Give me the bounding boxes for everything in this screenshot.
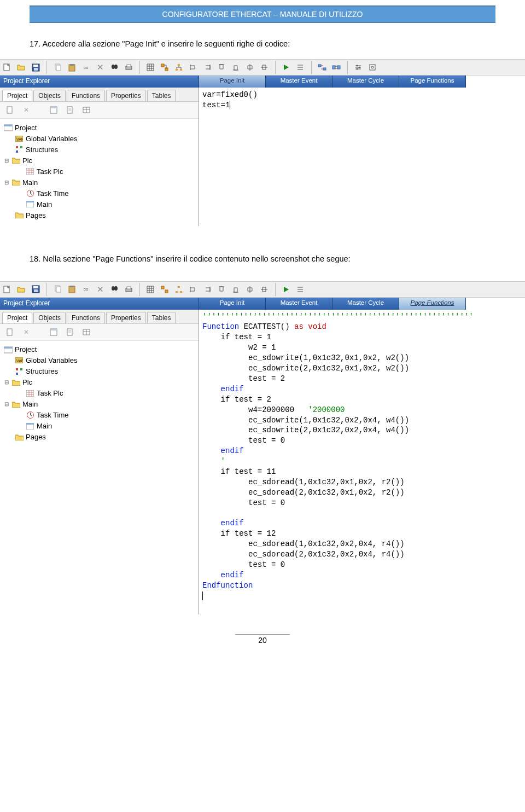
align-bottom-icon[interactable] — [229, 283, 243, 296]
proj-tab-tables[interactable]: Tables — [147, 312, 176, 323]
expander-icon[interactable]: ⊟ — [3, 158, 10, 164]
form-icon — [25, 200, 35, 208]
proj-tab-properties[interactable]: Properties — [106, 90, 146, 101]
find-icon[interactable] — [107, 61, 121, 74]
svg-rect-16 — [176, 69, 178, 71]
remove-icon[interactable]: ✕ — [19, 104, 34, 116]
new-file-icon[interactable] — [0, 283, 14, 296]
print-icon[interactable] — [121, 283, 136, 296]
table-icon[interactable] — [79, 104, 94, 116]
save-icon[interactable] — [28, 283, 43, 296]
tree-structures[interactable]: Structures — [26, 146, 58, 154]
project-tree[interactable]: Project VARGlobal Variables Structures ⊟… — [0, 341, 199, 614]
delete-icon[interactable]: ✕ — [93, 283, 107, 296]
tree-task-time[interactable]: Task Time — [37, 189, 69, 198]
align-top-icon[interactable] — [214, 61, 229, 74]
proj-tab-tables[interactable]: Tables — [147, 90, 176, 101]
copy-icon[interactable] — [50, 283, 65, 296]
center-h-icon[interactable] — [243, 283, 257, 296]
open-folder-icon[interactable] — [14, 283, 28, 296]
compare-icon[interactable] — [329, 61, 343, 74]
open-folder-icon[interactable] — [14, 61, 28, 74]
tree-main-page[interactable]: Main — [37, 200, 52, 208]
tab-master-cycle[interactable]: Master Cycle — [332, 76, 399, 88]
grid-icon[interactable] — [143, 61, 158, 74]
tree-task-time[interactable]: Task Time — [37, 411, 69, 419]
proj-tab-functions[interactable]: Functions — [67, 312, 105, 323]
link-icon[interactable]: ▫▫ — [79, 61, 93, 74]
form-icon[interactable] — [46, 104, 61, 116]
tab-page-init[interactable]: Page Init — [199, 298, 266, 310]
tree-icon[interactable] — [172, 61, 186, 74]
table-icon[interactable] — [79, 326, 94, 338]
tree-pages[interactable]: Pages — [26, 211, 46, 219]
tree-main-page[interactable]: Main — [37, 422, 52, 430]
proj-tab-functions[interactable]: Functions — [67, 90, 105, 101]
expander-icon[interactable]: ⊟ — [3, 179, 10, 185]
new-icon[interactable] — [2, 326, 18, 338]
proj-tab-project[interactable]: Project — [2, 90, 32, 101]
tree-project[interactable]: Project — [15, 345, 37, 353]
center-h-icon[interactable] — [243, 61, 257, 74]
print-icon[interactable] — [121, 61, 136, 74]
settings1-icon[interactable] — [351, 61, 365, 74]
link-icon[interactable]: ▫▫ — [79, 283, 93, 296]
align-right-icon[interactable] — [200, 61, 214, 74]
tree-icon[interactable] — [172, 283, 186, 296]
tree-task-plc[interactable]: Task Plc — [37, 167, 63, 176]
tab-master-event[interactable]: Master Event — [266, 298, 332, 310]
hierarchy-icon[interactable] — [158, 283, 172, 296]
tree-structures[interactable]: Structures — [26, 367, 58, 375]
tab-master-event[interactable]: Master Event — [266, 76, 332, 88]
remove-icon[interactable]: ✕ — [19, 326, 34, 338]
tab-page-functions[interactable]: Page Functions — [399, 76, 466, 88]
settings2-icon[interactable] — [365, 61, 380, 74]
align-left-icon[interactable] — [186, 61, 200, 74]
align-right-icon[interactable] — [200, 283, 214, 296]
find-icon[interactable] — [107, 283, 121, 296]
delete-icon[interactable]: ✕ — [93, 61, 107, 74]
align-top-icon[interactable] — [214, 283, 229, 296]
tab-page-functions[interactable]: Page Functions — [399, 298, 466, 310]
new-file-icon[interactable] — [0, 61, 14, 74]
list-icon[interactable] — [293, 61, 307, 74]
paste-icon[interactable] — [65, 61, 79, 74]
expander-icon[interactable]: ⊟ — [3, 379, 10, 385]
play-icon[interactable] — [279, 61, 293, 74]
code-editor[interactable]: ''''''''''''''''''''''''''''''''''''''''… — [199, 310, 525, 614]
play-icon[interactable] — [279, 283, 293, 296]
tree-task-plc[interactable]: Task Plc — [37, 389, 63, 397]
expander-icon[interactable]: ⊟ — [3, 401, 10, 407]
hierarchy-icon[interactable] — [158, 61, 172, 74]
proj-tab-project[interactable]: Project — [2, 312, 32, 323]
proj-tab-objects[interactable]: Objects — [33, 312, 66, 323]
grid-icon[interactable] — [143, 283, 158, 296]
tree-global-variables[interactable]: Global Variables — [26, 356, 77, 364]
tab-master-cycle[interactable]: Master Cycle — [332, 298, 399, 310]
save-icon[interactable] — [28, 61, 43, 74]
tree-global-variables[interactable]: Global Variables — [26, 135, 77, 143]
code-editor[interactable]: var=fixed0() test=1 — [199, 88, 525, 226]
tree-pages[interactable]: Pages — [26, 433, 46, 441]
proj-tab-objects[interactable]: Objects — [33, 90, 66, 101]
doc-icon[interactable] — [62, 326, 78, 338]
tree-plc[interactable]: Plc — [22, 156, 32, 165]
tree-main[interactable]: Main — [22, 178, 38, 187]
center-v-icon[interactable] — [257, 283, 271, 296]
align-bottom-icon[interactable] — [229, 61, 243, 74]
new-icon[interactable] — [2, 104, 18, 116]
swap-icon[interactable] — [315, 61, 329, 74]
tree-project[interactable]: Project — [15, 124, 37, 132]
tree-plc[interactable]: Plc — [22, 378, 32, 386]
form-icon[interactable] — [46, 326, 61, 338]
copy-icon[interactable] — [50, 61, 65, 74]
tab-page-init[interactable]: Page Init — [199, 76, 266, 88]
paste-icon[interactable] — [65, 283, 79, 296]
center-v-icon[interactable] — [257, 61, 271, 74]
align-left-icon[interactable] — [186, 283, 200, 296]
list-icon[interactable] — [293, 283, 307, 296]
proj-tab-properties[interactable]: Properties — [106, 312, 146, 323]
tree-main[interactable]: Main — [22, 400, 38, 408]
project-tree[interactable]: Project VARGlobal Variables Structures ⊟… — [0, 119, 199, 226]
doc-icon[interactable] — [62, 104, 78, 116]
